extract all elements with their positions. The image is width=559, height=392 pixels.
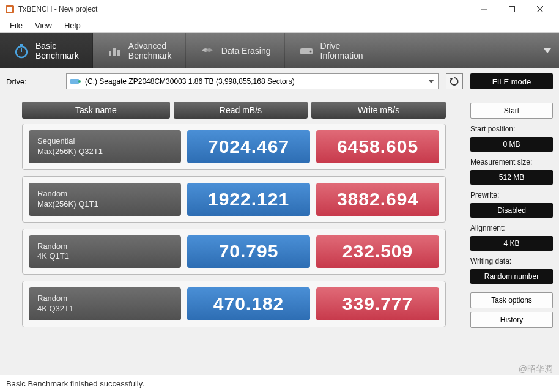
side-panel: Start Start position: 0 MB Measurement s…	[470, 102, 553, 333]
read-value: 1922.121	[187, 183, 310, 216]
menu-file[interactable]: File	[4, 20, 29, 31]
svg-rect-1	[7, 7, 12, 12]
tab-label: Basic	[35, 41, 79, 51]
benchmark-row: Sequential Max(256K) Q32T1 7024.467 6458…	[22, 124, 446, 170]
app-icon	[5, 4, 15, 14]
drive-icon	[70, 78, 81, 85]
start-position-label: Start position:	[470, 122, 553, 133]
benchmark-table: Task name Read mB/s Write mB/s Sequentia…	[6, 102, 462, 333]
write-value: 6458.605	[316, 130, 439, 163]
write-value: 339.777	[316, 287, 439, 320]
window-title: TxBENCH - New project	[18, 5, 470, 13]
prewrite-value[interactable]: Disabled	[470, 203, 553, 218]
tab-dropdown-button[interactable]	[536, 33, 559, 68]
drive-info-icon	[298, 43, 314, 59]
write-value: 232.509	[316, 235, 439, 268]
task-options-button[interactable]: Task options	[470, 292, 553, 308]
drive-selector-row: Drive: (C:) Seagate ZP2048CM30003 1.86 T…	[0, 68, 559, 95]
task-name-cell: Random 4K Q32T1	[29, 287, 181, 320]
measurement-size-label: Measurement size:	[470, 155, 553, 166]
maximize-button[interactable]	[498, 0, 526, 18]
erase-icon	[199, 43, 215, 59]
tab-label: Benchmark	[128, 51, 172, 61]
tab-label: Drive	[320, 41, 363, 51]
tab-advanced-benchmark[interactable]: AdvancedBenchmark	[93, 33, 186, 68]
history-button[interactable]: History	[470, 312, 553, 328]
header-read: Read mB/s	[174, 102, 308, 119]
svg-rect-10	[113, 48, 116, 56]
svg-rect-3	[509, 6, 515, 12]
task-name-cell: Sequential Max(256K) Q32T1	[29, 130, 181, 163]
prewrite-label: Prewrite:	[470, 188, 553, 199]
tab-label: Data Erasing	[221, 46, 271, 56]
drive-select[interactable]: (C:) Seagate ZP2048CM30003 1.86 TB (3,99…	[66, 73, 439, 89]
start-button[interactable]: Start	[470, 103, 553, 119]
tab-label: Benchmark	[35, 51, 79, 61]
tab-drive-information[interactable]: DriveInformation	[285, 33, 377, 68]
measurement-size-value[interactable]: 512 MB	[470, 170, 553, 185]
drive-label: Drive:	[6, 77, 59, 86]
drive-refresh-button[interactable]	[446, 73, 463, 89]
svg-rect-15	[70, 79, 79, 84]
header-taskname: Task name	[22, 102, 170, 119]
chevron-down-icon	[428, 80, 434, 83]
svg-marker-14	[544, 48, 551, 53]
menubar: File View Help	[0, 18, 559, 33]
svg-point-13	[309, 51, 311, 53]
alignment-label: Alignment:	[470, 221, 553, 232]
read-value: 470.182	[187, 287, 310, 320]
menu-help[interactable]: Help	[58, 20, 87, 31]
status-bar: Basic Benchmark finished successfully.	[0, 375, 559, 392]
task-name-cell: Random 4K Q1T1	[29, 235, 181, 268]
tab-basic-benchmark[interactable]: BasicBenchmark	[0, 33, 93, 68]
titlebar: TxBENCH - New project	[0, 0, 559, 18]
benchmark-row: Random 4K Q1T1 70.795 232.509	[22, 229, 446, 275]
stopwatch-icon	[13, 43, 29, 59]
tab-label: Information	[320, 51, 363, 61]
close-button[interactable]	[526, 0, 554, 18]
alignment-value[interactable]: 4 KB	[470, 236, 553, 251]
read-value: 70.795	[187, 235, 310, 268]
tabbar: BasicBenchmark AdvancedBenchmark Data Er…	[0, 33, 559, 68]
benchmark-row: Random 4K Q32T1 470.182 339.777	[22, 281, 446, 327]
writing-data-label: Writing data:	[470, 254, 553, 265]
header-write: Write mB/s	[311, 102, 446, 119]
tab-data-erasing[interactable]: Data Erasing	[186, 33, 285, 68]
menu-view[interactable]: View	[29, 20, 58, 31]
svg-point-16	[78, 80, 81, 83]
task-name-cell: Random Max(256K) Q1T1	[29, 183, 181, 216]
svg-rect-8	[20, 44, 23, 46]
file-mode-button[interactable]: FILE mode	[470, 73, 553, 89]
watermark: @昭华凋	[519, 364, 553, 375]
start-position-value[interactable]: 0 MB	[470, 137, 553, 152]
svg-marker-17	[428, 80, 434, 83]
svg-rect-11	[117, 50, 120, 56]
bars-icon	[106, 43, 122, 59]
tab-label: Advanced	[128, 41, 172, 51]
write-value: 3882.694	[316, 183, 439, 216]
benchmark-row: Random Max(256K) Q1T1 1922.121 3882.694	[22, 176, 446, 223]
read-value: 7024.467	[187, 130, 310, 163]
drive-select-text: (C:) Seagate ZP2048CM30003 1.86 TB (3,99…	[85, 77, 295, 86]
minimize-button[interactable]	[470, 0, 498, 18]
writing-data-value[interactable]: Random number	[470, 269, 553, 284]
svg-rect-9	[109, 51, 111, 56]
